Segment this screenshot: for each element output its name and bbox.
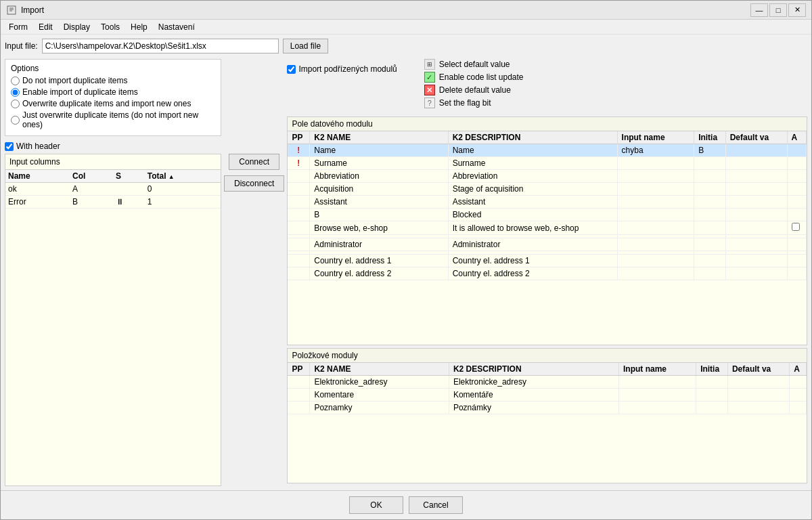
dm-header-k2desc: K2 DESCRIPTION (448, 131, 617, 144)
row-default (725, 267, 787, 280)
table-row[interactable]: Country el. address 2 Country el. addres… (288, 267, 806, 280)
col-name: Error (5, 196, 70, 209)
option-radio-2[interactable] (11, 100, 20, 108)
sub-module-table-container[interactable]: PP K2 NAME K2 DESCRIPTION Input name Ini… (288, 363, 807, 483)
table-row[interactable]: ! Name Name chyba B (288, 144, 806, 157)
row-default (727, 376, 789, 389)
row-pp (288, 376, 310, 389)
dm-header-default: Default va (725, 131, 787, 144)
row-a (787, 209, 806, 221)
col-header-col: Col (70, 170, 113, 183)
import-modules-label[interactable]: Import podřízených modulů (298, 64, 397, 74)
menu-tools[interactable]: Tools (95, 21, 125, 33)
sm-header-a: A (790, 363, 807, 376)
row-pp (288, 238, 309, 251)
row-input (618, 389, 696, 402)
with-header-label[interactable]: With header (16, 142, 60, 151)
table-row[interactable]: B Blocked (288, 209, 806, 221)
row-a (787, 267, 806, 280)
data-module-table-container[interactable]: PP K2 NAME K2 DESCRIPTION Input name Ini… (288, 131, 807, 345)
menu-edit[interactable]: Edit (33, 21, 58, 33)
table-row[interactable]: Poznamky Poznámky (288, 402, 806, 414)
row-pp (288, 170, 309, 183)
sm-header-input: Input name (618, 363, 696, 376)
option-label-2[interactable]: Overwrite duplicate items and import new… (22, 99, 191, 108)
import-window: Import ― □ ✕ Form Edit Display Tools Hel… (0, 0, 812, 520)
row-k2desc: Komentáře (449, 389, 618, 402)
table-row[interactable]: Error B ⏸ 1 (5, 196, 221, 209)
minimize-button[interactable]: ― (750, 3, 768, 17)
input-file-field[interactable] (42, 39, 279, 53)
option-radio-3[interactable] (11, 116, 20, 125)
right-option-2: ✕ Delete default value (424, 85, 524, 95)
import-checkbox-row: Import podřízených modulů (287, 64, 397, 74)
row-default (725, 144, 787, 157)
row-k2desc: Administrator (448, 238, 617, 251)
row-a (787, 255, 806, 267)
table-row[interactable]: Country el. address 1 Country el. addres… (288, 255, 806, 267)
with-header-row: With header (5, 142, 221, 151)
red-x-icon: ✕ (424, 85, 435, 95)
sub-module-title: Položkové moduly (288, 349, 807, 363)
table-row[interactable]: Elektronicke_adresy Elektronicke_adresy (288, 376, 806, 389)
table-row[interactable]: Abbreviation Abbreviation (288, 170, 806, 183)
table-row[interactable]: ! Surname Surname (288, 157, 806, 170)
load-file-button[interactable]: Load file (283, 39, 328, 53)
right-option-label-0: Select default value (439, 60, 510, 69)
row-pp: ! (288, 144, 309, 157)
cancel-button[interactable]: Cancel (409, 496, 463, 514)
menu-help[interactable]: Help (125, 21, 153, 33)
row-a (787, 238, 806, 251)
data-module-table: PP K2 NAME K2 DESCRIPTION Input name Ini… (288, 131, 807, 280)
row-initial (694, 267, 726, 280)
import-modules-checkbox[interactable] (287, 65, 296, 74)
row-a (787, 157, 806, 170)
table-row[interactable]: Assistant Assistant (288, 196, 806, 209)
row-checkbox[interactable] (792, 223, 800, 231)
option-radio-1[interactable] (11, 88, 20, 97)
row-input (618, 376, 696, 389)
dm-header-input: Input name (617, 131, 694, 144)
middle-buttons-area: Connect Disconnect (221, 59, 287, 486)
option-label-1[interactable]: Enable import of duplicate items (22, 87, 138, 97)
option-radio-0[interactable] (11, 77, 20, 85)
table-row[interactable]: Komentare Komentáře (288, 389, 806, 402)
input-columns-title: Input columns (5, 154, 221, 170)
row-k2desc: Stage of acquisition (448, 183, 617, 196)
option-label-0[interactable]: Do not import duplicate items (22, 76, 127, 85)
table-row[interactable]: Browse web, e-shop It is allowed to brow… (288, 221, 806, 235)
ok-button[interactable]: OK (349, 496, 403, 514)
input-columns-box: Input columns Name Col S Total (5, 154, 221, 486)
row-pp (288, 221, 309, 235)
maximize-button[interactable]: □ (769, 3, 787, 17)
close-button[interactable]: ✕ (788, 3, 806, 17)
row-k2desc: Poznámky (449, 402, 618, 414)
table-row[interactable]: Acquisition Stage of acquisition (288, 183, 806, 196)
sm-header-pp: PP (288, 363, 310, 376)
row-pp (288, 209, 309, 221)
row-input (617, 255, 694, 267)
table-row[interactable]: ok A 0 (5, 183, 221, 196)
menu-display[interactable]: Display (58, 21, 95, 33)
table-row[interactable]: Administrator Administrator (288, 238, 806, 251)
columns-header-row: Name Col S Total ▲ (5, 170, 221, 183)
with-header-checkbox[interactable] (5, 142, 14, 151)
green-check-icon: ✓ (424, 72, 435, 83)
menu-nastaveni[interactable]: Nastavení (153, 21, 200, 33)
option-label-3[interactable]: Just overwrite duplicate items (do not i… (22, 110, 215, 129)
row-k2desc: Blocked (448, 209, 617, 221)
row-initial (694, 170, 726, 183)
row-input (617, 221, 694, 235)
three-col-layout: Options Do not import duplicate items En… (5, 59, 807, 486)
row-default (727, 402, 789, 414)
row-default (725, 183, 787, 196)
row-initial (694, 238, 726, 251)
col-total: 1 (145, 196, 221, 209)
menu-form[interactable]: Form (3, 21, 33, 33)
row-k2name: Browse web, e-shop (310, 221, 448, 235)
row-default (725, 196, 787, 209)
row-initial (694, 221, 726, 235)
disconnect-button[interactable]: Disconnect (224, 175, 284, 192)
connect-button[interactable]: Connect (229, 154, 279, 170)
input-file-row: Input file: Load file (5, 39, 807, 53)
